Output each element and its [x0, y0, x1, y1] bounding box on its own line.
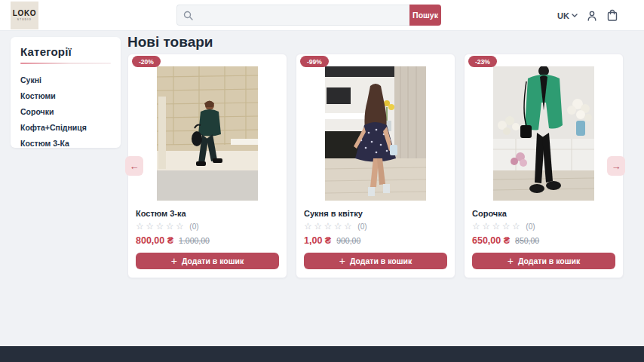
- search-bar: Пошук: [176, 5, 441, 26]
- product-cards: -20%: [127, 54, 624, 278]
- rating-count: (0): [357, 222, 366, 231]
- search-input[interactable]: [193, 5, 403, 25]
- old-price: 850,00: [515, 236, 539, 245]
- product-card[interactable]: -99%: [296, 54, 455, 278]
- old-price: 1.000,00: [179, 236, 210, 245]
- product-rating: ☆☆☆☆☆ (0): [136, 222, 279, 231]
- product-rating: ☆☆☆☆☆ (0): [304, 222, 447, 231]
- product-image[interactable]: [325, 66, 426, 201]
- header: LOKO STUDIO Пошук UK: [0, 0, 644, 31]
- categories-underline: [20, 63, 111, 64]
- cart-icon[interactable]: [606, 9, 618, 22]
- rating-count: (0): [189, 222, 198, 231]
- logo[interactable]: LOKO STUDIO: [11, 2, 38, 29]
- discount-badge: -23%: [468, 56, 497, 67]
- categories-panel: Категорії Сукні Костюми Сорочки Кофта+Сп…: [11, 37, 121, 148]
- star-icons: ☆☆☆☆☆: [472, 222, 522, 231]
- product-image[interactable]: [493, 66, 594, 201]
- product-title[interactable]: Костюм 3-ка: [136, 209, 279, 218]
- add-to-cart-label: Додати в кошик: [350, 256, 412, 265]
- product-rating: ☆☆☆☆☆ (0): [472, 222, 615, 231]
- new-products-carousel: ← -20%: [127, 54, 624, 278]
- footer: [0, 346, 644, 362]
- price-row: 1,00 ₴ 900,00: [304, 235, 447, 246]
- discount-badge: -99%: [300, 56, 329, 67]
- current-price: 800,00 ₴: [136, 235, 173, 246]
- discount-badge: -20%: [132, 56, 161, 67]
- current-price: 1,00 ₴: [304, 235, 331, 246]
- page: LOKO STUDIO Пошук UK: [0, 0, 644, 362]
- add-to-cart-label: Додати в кошик: [182, 256, 244, 265]
- header-actions: UK: [557, 0, 618, 31]
- logo-subtext: STUDIO: [17, 18, 32, 20]
- product-image[interactable]: [157, 66, 258, 201]
- logo-text: LOKO: [13, 10, 36, 17]
- sidebar-item-kostiumy[interactable]: Костюми: [20, 87, 111, 103]
- sidebar-item-sukni[interactable]: Сукні: [20, 72, 111, 87]
- add-to-cart-button[interactable]: + Додати в кошик: [136, 253, 279, 269]
- page-title: Нові товари: [127, 34, 213, 51]
- search-input-container: [176, 5, 409, 26]
- product-title[interactable]: Сорочка: [472, 209, 615, 218]
- old-price: 900,00: [336, 236, 360, 245]
- current-price: 650,00 ₴: [472, 235, 510, 246]
- add-to-cart-label: Додати в кошик: [518, 256, 580, 265]
- add-to-cart-button[interactable]: + Додати в кошик: [304, 253, 447, 269]
- user-icon[interactable]: [586, 10, 598, 22]
- product-card[interactable]: -20%: [127, 54, 287, 278]
- language-selector[interactable]: UK: [557, 11, 578, 20]
- plus-icon: +: [508, 256, 514, 266]
- categories-title: Категорії: [20, 45, 111, 58]
- rating-count: (0): [526, 222, 535, 231]
- sidebar-item-kofta-spidnytsia[interactable]: Кофта+Спідниця: [20, 119, 111, 135]
- language-label: UK: [557, 11, 569, 20]
- price-row: 650,00 ₴ 850,00: [472, 235, 615, 246]
- product-title[interactable]: Сукня в квітку: [304, 209, 447, 218]
- price-row: 800,00 ₴ 1.000,00: [136, 235, 279, 246]
- plus-icon: +: [171, 256, 177, 266]
- plus-icon: +: [339, 256, 345, 266]
- carousel-prev-button[interactable]: ←: [125, 156, 143, 176]
- star-icons: ☆☆☆☆☆: [136, 222, 186, 231]
- chevron-down-icon: [572, 14, 578, 17]
- search-icon: [183, 11, 193, 20]
- sidebar-item-kostium-3-ka[interactable]: Костюм 3-Ка: [20, 135, 111, 151]
- star-icons: ☆☆☆☆☆: [304, 222, 354, 231]
- sidebar-item-sorochky[interactable]: Сорочки: [20, 103, 111, 119]
- search-button[interactable]: Пошук: [409, 5, 441, 26]
- add-to-cart-button[interactable]: + Додати в кошик: [472, 253, 615, 269]
- categories-list: Сукні Костюми Сорочки Кофта+Спідниця Кос…: [20, 72, 111, 151]
- carousel-next-button[interactable]: →: [607, 156, 625, 176]
- product-card[interactable]: -23%: [464, 54, 624, 278]
